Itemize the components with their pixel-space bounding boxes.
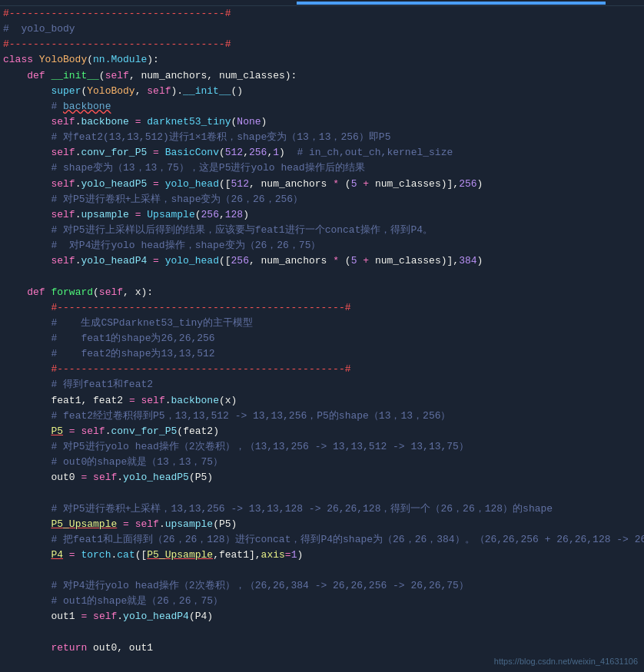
line-comment-get-feat: # 得到feat1和feat2	[0, 377, 644, 392]
line-comment-feat2-shape: # feat2的shape为13,13,512	[0, 346, 644, 362]
line-blank-3	[0, 563, 644, 578]
line-comment-feat2: # 对feat2(13,13,512)进行1×1卷积，shape变为（13，13…	[0, 130, 644, 145]
line-conv-assign: self.conv_for_P5 = BasicConv(512,256,1) …	[0, 145, 644, 161]
line-p4-assign: P4 = torch.cat([P5_Upsample,feat1],axis=…	[0, 548, 644, 563]
progress-bar-area	[0, 0, 644, 6]
line-out1-assign: out1 = self.yolo_headP4(P4)	[0, 609, 644, 624]
line-comment-p5-head-op: # 对P5进行yolo head操作（2次卷积），（13,13,256 -> 1…	[0, 439, 644, 455]
line-comment-shape-p5: # shape变为（13，13，75），这是P5进行yolo head操作后的结…	[0, 161, 644, 176]
line-backbone-assign: self.backbone = darknet53_tiny(None)	[0, 114, 644, 130]
line-comment-upsample: # 对P5进行卷积+上采样，shape变为（26，26，256）	[0, 192, 644, 207]
line-comment-p4-shape: # 对P4进行yolo head操作，shape变为（26，26，75）	[0, 238, 644, 253]
line-return: return out0, out1	[0, 641, 644, 656]
line-out0-assign: out0 = self.yolo_headP5(P5)	[0, 470, 644, 485]
line-blank-1	[0, 269, 644, 284]
line-yolo-head-p4: self.yolo_headP4 = yolo_head([256, num_a…	[0, 253, 644, 269]
line-comment-gen: # 生成CSPdarknet53_tiny的主干模型	[0, 316, 644, 331]
line-inner-sep-top: #---------------------------------------…	[0, 300, 644, 316]
line-init-def: def __init__(self, num_anchors, num_clas…	[0, 68, 644, 84]
line-super-call: super(YoloBody, self).__init__()	[0, 84, 644, 99]
line-comment-feat2-conv: # feat2经过卷积得到P5，13,13,512 -> 13,13,256，P…	[0, 409, 644, 424]
line-forward-def: def forward(self, x):	[0, 285, 644, 300]
code-container: #------------------------------------# #…	[0, 0, 644, 671]
line-comment-out0-shape: # out0的shape就是（13，13，75）	[0, 455, 644, 470]
progress-bar	[297, 2, 606, 5]
line-comment-out1-shape: # out1的shape就是（26，26，75）	[0, 594, 644, 609]
line-comment-concat2: # 把feat1和上面得到（26，26，128）进行concat，得到P4的sh…	[0, 532, 644, 548]
line-comment-p4-head-op: # 对P4进行yolo head操作（2次卷积），（26,26,384 -> 2…	[0, 578, 644, 594]
watermark: https://blog.csdn.net/weixin_41631106	[494, 655, 638, 668]
line-yolo-body-comment: # yolo_body	[0, 22, 644, 37]
line-blank-2	[0, 485, 644, 501]
line-yolo-head-p5: self.yolo_headP5 = yolo_head([512, num_a…	[0, 177, 644, 192]
line-comment-upsample-op: # 对P5进行卷积+上采样，13,13,256 -> 13,13,128 -> …	[0, 502, 644, 517]
line-class-def: class YoloBody(nn.Module):	[0, 52, 644, 68]
line-comment-feat1-shape: # feat1的shape为26,26,256	[0, 331, 644, 346]
line-separator-bottom: #------------------------------------#	[0, 37, 644, 52]
line-separator-top: #------------------------------------#	[0, 6, 644, 22]
line-inner-sep-bot: #---------------------------------------…	[0, 362, 644, 377]
line-comment-concat: # 对P5进行上采样以后得到的结果，应该要与feat1进行一个concat操作，…	[0, 223, 644, 238]
line-blank-4	[0, 625, 644, 641]
line-p5-assign: P5 = self.conv_for_P5(feat2)	[0, 424, 644, 439]
line-p5-upsample-assign: P5_Upsample = self.upsample(P5)	[0, 517, 644, 532]
line-feat-assign: feat1, feat2 = self.backbone(x)	[0, 393, 644, 409]
line-comment-backbone: # backbone	[0, 99, 644, 114]
line-upsample-assign: self.upsample = Upsample(256,128)	[0, 207, 644, 223]
